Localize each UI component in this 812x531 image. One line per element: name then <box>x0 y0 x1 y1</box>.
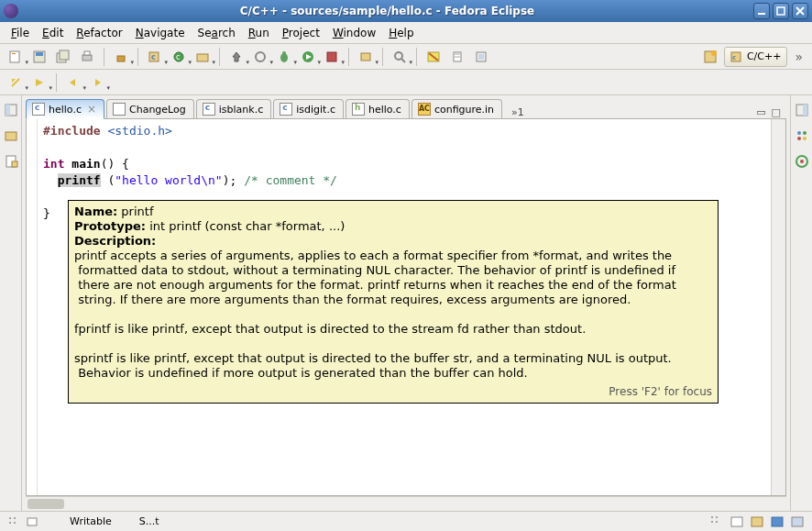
external-tools-button[interactable] <box>322 47 342 67</box>
maximize-editor-icon[interactable]: □ <box>772 106 781 118</box>
minimize-button[interactable] <box>753 3 770 19</box>
run-button[interactable] <box>298 47 318 67</box>
svg-point-55 <box>716 516 718 518</box>
maximize-button[interactable] <box>773 3 789 19</box>
project-explorer-icon[interactable] <box>4 128 18 143</box>
include-header: <stdio.h> <box>107 124 171 138</box>
perspective-c-cpp[interactable]: c C/C++ <box>724 47 788 67</box>
restore-right-icon[interactable] <box>795 103 809 117</box>
print-button[interactable] <box>77 47 97 67</box>
vertical-scrollbar[interactable] <box>771 119 785 495</box>
navigator-icon[interactable] <box>4 154 18 169</box>
svg-rect-7 <box>36 52 43 56</box>
svg-rect-59 <box>752 517 763 526</box>
block-select-button[interactable] <box>471 47 491 67</box>
new-button[interactable] <box>5 47 26 67</box>
svg-line-25 <box>401 59 405 62</box>
separator <box>56 73 57 92</box>
status-console-icon[interactable] <box>770 514 785 529</box>
svg-rect-22 <box>327 52 336 61</box>
build-button[interactable] <box>111 47 131 67</box>
svg-rect-42 <box>803 105 807 116</box>
titlebar: C/C++ - sources/sample/hello.c - Fedora … <box>0 0 812 22</box>
open-type-button[interactable] <box>356 47 376 67</box>
menu-file[interactable]: File <box>5 25 35 41</box>
svg-point-43 <box>797 131 801 135</box>
menu-window[interactable]: Window <box>327 25 381 41</box>
svg-rect-17 <box>197 54 208 61</box>
horizontal-scrollbar[interactable] <box>26 496 786 511</box>
status-tasks-icon[interactable] <box>750 514 764 529</box>
tooltip-footer: Press 'F2' for focus <box>74 384 712 399</box>
tab-changelog[interactable]: ChangeLog <box>106 99 194 118</box>
grip-icon[interactable] <box>7 515 18 528</box>
tab-label: isblank.c <box>219 104 263 116</box>
make-targets-icon[interactable] <box>795 154 809 169</box>
tooltip-proto-label: Prototype: <box>74 219 146 233</box>
outline-icon[interactable] <box>795 128 809 143</box>
scroll-thumb[interactable] <box>27 499 64 509</box>
close-tab-icon[interactable]: × <box>87 103 96 116</box>
svg-rect-1 <box>777 7 785 15</box>
tab-hello-c-active[interactable]: hello.c × <box>26 99 104 119</box>
svg-point-20 <box>282 51 286 55</box>
changelog-file-icon <box>113 103 126 116</box>
more-tabs-indicator[interactable]: »1 <box>508 106 528 118</box>
new-c-project-button[interactable]: c <box>145 47 165 67</box>
grip-icon[interactable] <box>709 514 720 527</box>
separator <box>348 48 349 66</box>
next-annotation-button[interactable] <box>29 72 49 93</box>
menu-refactor[interactable]: Refactor <box>71 25 127 41</box>
tab-hello-c[interactable]: hello.c <box>346 99 410 118</box>
toggle-mark-button[interactable] <box>447 47 467 67</box>
search-button[interactable] <box>390 47 410 67</box>
open-perspective-button[interactable] <box>700 47 720 67</box>
menu-project[interactable]: Project <box>277 25 325 41</box>
svg-rect-11 <box>84 51 90 55</box>
menu-navigate[interactable]: Navigate <box>130 25 191 41</box>
perspective-more[interactable]: » <box>791 50 807 64</box>
new-folder-button[interactable] <box>192 47 213 67</box>
eclipse-icon <box>4 4 18 18</box>
back-button[interactable] <box>63 72 83 93</box>
new-cpp-class-button[interactable]: c <box>169 47 189 67</box>
menu-help[interactable]: Help <box>383 25 419 41</box>
tab-isdigit[interactable]: isdigit.c <box>273 99 344 118</box>
close-brace: } <box>43 206 50 220</box>
status-problems-icon[interactable] <box>730 514 744 529</box>
forward-button[interactable] <box>87 72 107 93</box>
tooltip-proto-value: int printf (const char *format, ...) <box>149 219 345 233</box>
svg-point-44 <box>803 131 807 135</box>
restore-left-icon[interactable] <box>4 103 18 117</box>
annotation-button[interactable] <box>423 47 444 67</box>
tooltip-name-label: Name: <box>74 205 117 218</box>
close-button[interactable] <box>792 3 808 19</box>
svg-point-46 <box>803 137 807 140</box>
tab-configure[interactable]: AC configure.in <box>411 99 502 118</box>
bug-button[interactable] <box>274 47 294 67</box>
save-button[interactable] <box>29 47 49 67</box>
include-keyword: #include <box>43 124 101 138</box>
menu-search[interactable]: Search <box>192 25 241 41</box>
comment: /* comment */ <box>244 173 337 187</box>
tooltip-desc-body: printf accepts a series of arguments, ap… <box>74 249 712 381</box>
tab-isblank[interactable]: isblank.c <box>196 99 271 118</box>
tab-label: hello.c <box>368 104 401 116</box>
profile-button[interactable] <box>250 47 270 67</box>
menu-edit[interactable]: Edit <box>37 25 69 41</box>
separator <box>137 48 138 66</box>
separator <box>104 48 104 66</box>
debug-button[interactable] <box>226 47 247 67</box>
last-edit-button[interactable] <box>5 72 26 93</box>
minimize-editor-icon[interactable]: ▭ <box>756 106 765 118</box>
svg-rect-58 <box>731 517 742 526</box>
tooltip-name-value: printf <box>121 205 153 218</box>
status-properties-icon[interactable] <box>790 514 805 529</box>
status-toggle-icon[interactable] <box>22 512 42 532</box>
save-all-button[interactable] <box>53 47 73 67</box>
menu-run[interactable]: Run <box>243 25 275 41</box>
svg-rect-61 <box>792 517 803 526</box>
separator <box>416 48 417 66</box>
svg-rect-23 <box>361 53 370 61</box>
svg-rect-60 <box>772 517 783 526</box>
